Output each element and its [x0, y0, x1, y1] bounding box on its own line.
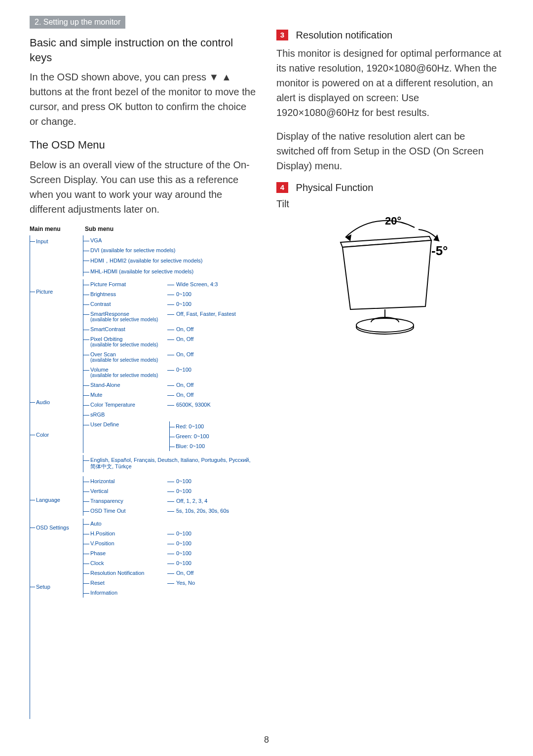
page-number: 8	[0, 735, 533, 745]
sub-value: Blue: 0~100	[176, 441, 209, 451]
sub-item: Brightness	[90, 291, 167, 297]
sub-value: Off, 1, 2, 3, 4	[167, 498, 257, 504]
sub-value: 0~100	[167, 530, 257, 536]
section-3-para-a: This monitor is designed for optimal per…	[276, 46, 503, 120]
angle-20: 20°	[385, 215, 401, 227]
main-setup: Setup	[36, 581, 83, 593]
sub-value: 5s, 10s, 20s, 30s, 60s	[167, 508, 257, 514]
sub-value: Green: 0~100	[176, 431, 209, 441]
tilt-figure: 20° -5°	[311, 213, 469, 343]
angle-minus5: -5°	[431, 243, 448, 258]
sub-value: On, Off	[167, 382, 257, 388]
sub-value: 0~100	[167, 478, 257, 484]
sub-item: Transparency	[90, 498, 167, 504]
sub-item: Resolution Notification	[90, 570, 167, 576]
sub-item: VGA	[90, 237, 105, 243]
sub-input: VGA DVI (available for selective models)…	[83, 235, 257, 276]
sub-value: 0~100	[167, 291, 257, 297]
sub-item: OSD Time Out	[90, 508, 167, 514]
sub-item: Picture Format	[90, 281, 167, 287]
sub-value: Wide Screen, 4:3	[167, 281, 257, 287]
sub-audio: Volume(available for selective models)0~…	[83, 365, 257, 400]
tilt-svg-icon: 20° -5°	[311, 213, 469, 341]
sub-item: Clock	[90, 560, 167, 566]
sub-item: Color Temperature	[90, 402, 167, 408]
sub-value: On, Off	[167, 351, 257, 357]
paragraph-osd-menu: Below is an overall view of the structur…	[30, 157, 257, 217]
sub-item: Auto	[90, 521, 167, 527]
sub-item: Mute	[90, 392, 167, 398]
sub-osd-settings: Horizontal0~100 Vertical0~100 Transparen…	[83, 476, 257, 516]
main-audio: Audio	[36, 396, 83, 408]
sub-item: Pixel Orbiting(available for selective m…	[90, 336, 167, 347]
numbered-box-4: 4	[276, 182, 288, 193]
main-color: Color	[36, 429, 83, 441]
chapter-tab: 2. Setting up the monitor	[30, 16, 125, 29]
sub-setup: Auto H.Position0~100 V.Position0~100 Pha…	[83, 519, 257, 598]
sub-language: English, Español, Français, Deutsch, Ita…	[83, 455, 257, 472]
sub-item: English, Español, Français, Deutsch, Ita…	[90, 457, 257, 470]
sub-value: 0~100	[167, 540, 257, 546]
sub-color: Color Temperature6500K, 9300K sRGB User …	[83, 400, 257, 453]
sub-item: MHL-HDMI (available for selective models…	[90, 268, 196, 274]
osd-column-headers: Main menu Sub menu	[30, 226, 257, 232]
section-3-title: 3 Resolution notification	[276, 30, 503, 41]
heading-basic: Basic and simple instruction on the cont…	[30, 36, 257, 65]
sub-item: Horizontal	[90, 478, 167, 484]
sub-item: Vertical	[90, 488, 167, 494]
numbered-box-3: 3	[276, 30, 288, 40]
svg-point-4	[356, 318, 414, 332]
sub-item: User Define	[90, 421, 167, 427]
sub-item: Over Scan(available for selective models…	[90, 351, 167, 363]
osd-header-sub: Sub menu	[85, 226, 114, 232]
sub-item: SmartResponse(available for selective mo…	[90, 311, 167, 322]
sub-item: V.Position	[90, 540, 167, 546]
main-picture: Picture	[36, 286, 83, 298]
sub-value: On, Off	[167, 392, 257, 398]
svg-marker-0	[345, 234, 351, 241]
sub-value: Off, Fast, Faster, Fastest	[167, 311, 257, 317]
sub-value: 0~100	[167, 367, 257, 373]
sub-item: Volume(available for selective models)	[90, 367, 167, 378]
main-language: Language	[36, 494, 83, 506]
osd-header-main: Main menu	[30, 226, 85, 232]
heading-osd-menu: The OSD Menu	[30, 138, 257, 152]
sub-item: Contrast	[90, 301, 167, 307]
sub-value-group: Red: 0~100 Green: 0~100 Blue: 0~100	[169, 421, 209, 451]
main-input: Input	[36, 235, 83, 247]
sub-value: 0~100	[167, 550, 257, 556]
sub-item: DVI (available for selective models)	[90, 247, 178, 253]
sub-value: Yes, No	[167, 580, 257, 586]
section-3-para-b: Display of the native resolution alert c…	[276, 129, 503, 173]
sub-value: Red: 0~100	[176, 421, 209, 431]
sub-item: Information	[90, 590, 167, 596]
tilt-label: Tilt	[276, 198, 503, 210]
osd-tree: Input Picture Audio Color Language OSD S…	[30, 235, 257, 719]
sub-value: On, Off	[167, 336, 257, 342]
sub-value: On, Off	[167, 570, 257, 576]
sub-item: Stand-Alone	[90, 382, 167, 388]
paragraph-basic: In the OSD shown above, you can press ▼ …	[30, 70, 257, 129]
sub-item: H.Position	[90, 530, 167, 536]
section-4-title: 4 Physical Function	[276, 182, 503, 193]
sub-item: Reset	[90, 580, 167, 586]
section-3-heading: Resolution notification	[296, 30, 393, 40]
sub-item: sRGB	[90, 412, 167, 417]
sub-item: Phase	[90, 550, 167, 556]
sub-value: 0~100	[167, 488, 257, 494]
sub-value: On, Off	[167, 326, 257, 332]
sub-item: HDMI，HDMI2 (available for selective mode…	[90, 257, 205, 265]
sub-value: 0~100	[167, 560, 257, 566]
main-osd-settings: OSD Settings	[36, 522, 83, 533]
sub-value: 0~100	[167, 301, 257, 307]
sub-value: 6500K, 9300K	[167, 402, 257, 408]
section-4-heading: Physical Function	[296, 182, 374, 193]
sub-item: SmartContrast	[90, 326, 167, 332]
sub-picture: Picture FormatWide Screen, 4:3 Brightnes…	[83, 279, 257, 365]
